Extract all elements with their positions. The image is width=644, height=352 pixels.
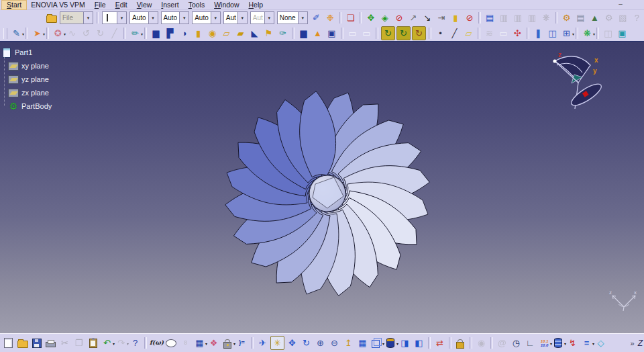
image-mountain-icon[interactable]: ▲ — [588, 11, 601, 24]
compass-free-rotation-handle[interactable] — [553, 59, 556, 62]
no-magnify-icon[interactable]: ⊘ — [463, 11, 476, 24]
graphic-prop-combo-6-arrow[interactable]: ▾ — [298, 12, 307, 24]
knowledge-clock-icon[interactable]: ◷ — [510, 337, 523, 349]
fit-all-icon[interactable]: ✳ — [270, 336, 284, 350]
rib-icon[interactable]: ▱ — [220, 27, 233, 40]
product-structure-icon[interactable]: ❖ — [207, 337, 220, 349]
menu-view[interactable]: View — [132, 1, 157, 9]
transfer-gray-icon[interactable]: ▧ — [616, 11, 629, 24]
iso-view-icon[interactable]: ▾ — [370, 337, 383, 349]
rotate-view-icon[interactable]: ↻ — [300, 337, 313, 349]
file-filter-combo-arrow[interactable]: ▾ — [83, 12, 93, 24]
toolbar-overflow-chevron[interactable]: » — [631, 339, 634, 347]
axes-corner-icon[interactable]: ∟ — [524, 337, 537, 349]
open-folder-icon[interactable] — [45, 11, 58, 24]
graphic-prop-combo-4[interactable]: Aut▾ — [223, 11, 248, 24]
tree-item-zx-plane[interactable]: zx plane — [7, 86, 52, 99]
multi-view-icon[interactable]: ▦ — [356, 337, 369, 349]
undo-icon[interactable]: ↶▾ — [101, 337, 113, 349]
pocket-icon[interactable]: ▛ — [164, 27, 176, 40]
move-element-icon[interactable]: ✥ — [364, 11, 377, 24]
stamp-icon[interactable]: ✣ — [511, 27, 524, 40]
graphic-color-combo-arrow[interactable]: ▾ — [117, 12, 126, 24]
mass-properties-icon[interactable]: ▾ — [552, 337, 565, 349]
spiral-gray-icon[interactable]: @ — [496, 337, 508, 349]
wave-gray-icon[interactable]: ∿ — [66, 27, 78, 40]
loft-icon[interactable]: ⚑ — [262, 27, 275, 40]
spark-icon[interactable]: ↯ — [566, 337, 579, 349]
graphic-prop-combo-5[interactable]: Aut▾ — [250, 11, 274, 24]
cut-icon[interactable]: ✂ — [58, 337, 71, 349]
formula-icon[interactable]: f(ω) — [150, 337, 164, 349]
snap-element-icon[interactable]: ◈ — [378, 11, 391, 24]
compass-3d[interactable]: z x y — [537, 47, 617, 118]
constraint-oval-icon-1[interactable]: ▭ — [346, 27, 359, 40]
graphic-prop-combo-2[interactable]: Auto▾ — [161, 11, 190, 24]
constraint-oval-icon-2[interactable]: ▭ — [360, 27, 373, 40]
relations-icon[interactable]: }= — [235, 337, 248, 349]
toolbar-grip[interactable] — [3, 28, 7, 39]
bell-icon[interactable]: ▲ — [311, 27, 324, 40]
data-lock-icon[interactable] — [454, 337, 467, 349]
plane-icon[interactable]: ▱ — [462, 27, 475, 40]
tree-item-part1[interactable]: Part1 — [0, 46, 52, 59]
image-capture-icon[interactable]: ❏ — [344, 11, 357, 24]
camera-icon[interactable]: ◉ — [475, 337, 488, 349]
graphic-prop-combo-2-arrow[interactable]: ▾ — [179, 12, 189, 24]
fly-mode-icon[interactable]: ✈ — [256, 337, 269, 349]
gear-transfer-icon[interactable]: ⚙ — [560, 11, 573, 24]
zoom-out-icon[interactable]: ⊖ — [328, 337, 341, 349]
file-filter-combo[interactable]: File▾ — [60, 11, 93, 24]
ray-pointer-icon[interactable]: ↗ — [407, 11, 419, 24]
graphic-prop-combo-3[interactable]: Auto▾ — [192, 11, 221, 24]
lock-icon[interactable]: ▾ — [221, 337, 234, 349]
comment-bubble-icon[interactable] — [165, 337, 178, 349]
sheet-icon[interactable]: ▤ — [574, 11, 587, 24]
vpm-table-icon-3[interactable]: ▥ — [526, 11, 539, 24]
pattern-grid-icon-dropdown[interactable]: ▾ — [572, 28, 574, 41]
normal-view-icon[interactable]: ↥ — [342, 337, 355, 349]
shading-icon[interactable]: ▾ — [384, 337, 397, 349]
sketcher-icon[interactable]: ✎▾ — [10, 27, 23, 40]
save-icon[interactable] — [30, 337, 43, 349]
pad-second-icon[interactable]: ▆ — [297, 27, 310, 40]
shaft-icon[interactable]: ◑ — [178, 27, 191, 40]
tiny-gray-icon[interactable]: 8 — [179, 337, 192, 349]
join-icon[interactable]: ▭ — [497, 27, 510, 40]
catalog-icon[interactable]: ❚ — [532, 27, 545, 40]
vpm-table-icon-1[interactable]: ▥ — [498, 11, 511, 24]
swap-space-icon[interactable]: ⇄ — [433, 337, 446, 349]
line-icon[interactable]: ╱ — [448, 27, 461, 40]
step-snap-icon[interactable]: ⇥ — [435, 11, 447, 24]
paint-ball-icon[interactable]: ❉ — [324, 11, 337, 24]
hole-icon[interactable]: ◉ — [206, 27, 219, 40]
help-what-icon[interactable]: ? — [129, 337, 142, 349]
painter-icon[interactable]: ✐ — [310, 11, 323, 24]
free-diamond-icon[interactable]: ◇ — [594, 337, 607, 349]
graphic-prop-combo-3-arrow[interactable]: ▾ — [211, 12, 220, 24]
menu-tools[interactable]: Tools — [184, 1, 210, 9]
redo-icon[interactable]: ↷▾ — [115, 337, 127, 349]
menu-edit[interactable]: Edit — [111, 1, 132, 9]
measure-between-icon[interactable]: 10.110.0▾ — [538, 337, 551, 349]
pattern-grid-icon[interactable]: ⊞▾ — [560, 27, 573, 40]
ruler-cursor-icon[interactable]: ▮ — [449, 11, 462, 24]
boolean-assemble-icon[interactable]: ↻ — [381, 26, 395, 40]
list-icon[interactable]: ≡▾ — [580, 337, 593, 349]
rotate-right-gray-icon[interactable]: ↻ — [94, 27, 107, 40]
pan-icon[interactable]: ✥ — [286, 337, 299, 349]
sketcher-icon-dropdown[interactable]: ▾ — [22, 28, 24, 41]
menu-insert[interactable]: Insert — [156, 1, 183, 9]
stiffener-icon[interactable]: ◣ — [248, 27, 261, 40]
paste-icon[interactable] — [87, 337, 99, 349]
graphic-color-combo[interactable]: ▾ — [102, 11, 127, 24]
menu-help[interactable]: Help — [244, 1, 268, 9]
menu-start[interactable]: Start — [2, 1, 26, 9]
vpm-table-icon-2[interactable]: ▥ — [512, 11, 525, 24]
mannequin-icon[interactable]: ◫ — [546, 27, 559, 40]
graphic-prop-combo-5-arrow[interactable]: ▾ — [264, 12, 274, 24]
surface-pencil-icon[interactable]: ✑ — [276, 27, 289, 40]
open-icon[interactable] — [16, 337, 29, 349]
block-icon[interactable]: ▣ — [325, 27, 338, 40]
minimize-button[interactable]: – — [616, 1, 625, 8]
